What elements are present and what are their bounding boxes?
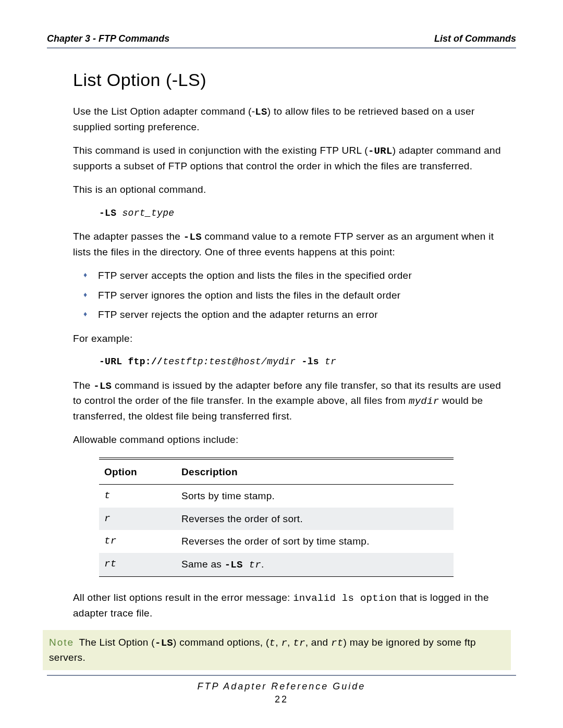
section-title: List Option (-LS)	[73, 67, 511, 93]
document-page: Chapter 3 - FTP Commands List of Command…	[0, 0, 563, 728]
paragraph: This is an optional command.	[73, 182, 511, 197]
inline-code: rt	[331, 637, 343, 649]
cell-option: t	[99, 485, 176, 508]
table-row: r Reverses the order of sort.	[99, 508, 454, 530]
inline-code: -LS	[225, 559, 243, 571]
cell-desc: Sorts by time stamp.	[176, 485, 454, 508]
paragraph: For example:	[73, 331, 511, 346]
paragraph: This command is used in conjunction with…	[73, 143, 511, 173]
inline-code: -LS	[155, 637, 173, 649]
list-item: FTP server ignores the option and lists …	[83, 288, 511, 303]
inline-code: tr	[293, 637, 305, 649]
cell-desc: Reverses the order of sort.	[176, 508, 454, 530]
code-cmd: -ls	[296, 356, 325, 367]
text: ,	[275, 637, 281, 648]
inline-code: invalid ls option	[293, 593, 397, 604]
paragraph: All other list options result in the err…	[73, 590, 511, 620]
page-content: List Option (-LS) Use the List Option ad…	[47, 67, 516, 670]
text: The adapter passes the	[73, 231, 183, 242]
code-cmd: -LS	[99, 208, 116, 218]
inline-code: -URL	[368, 145, 393, 157]
page-footer: FTP Adapter Reference Guide 22	[47, 675, 516, 705]
text: The	[73, 380, 93, 391]
text: .	[261, 559, 264, 570]
page-number: 22	[47, 694, 516, 705]
inline-code: mydir	[409, 396, 439, 407]
text: ,	[287, 637, 293, 648]
inline-code: LS	[255, 106, 267, 118]
inline-code: r	[281, 637, 287, 649]
note-label: Note	[49, 637, 74, 648]
syntax-line: -LS sort_type	[99, 206, 511, 220]
bullet-list: FTP server accepts the option and lists …	[83, 268, 511, 322]
list-item: FTP server accepts the option and lists …	[83, 268, 511, 283]
text: This command is used in conjunction with…	[73, 145, 368, 156]
table-bottom-rule	[99, 576, 454, 577]
table-row: t Sorts by time stamp.	[99, 485, 454, 508]
inline-code: t	[270, 637, 276, 649]
paragraph: The adapter passes the -LS command value…	[73, 229, 511, 259]
code-cmd: -URL ftp://	[99, 356, 163, 367]
cell-desc: Reverses the order of sort by time stamp…	[176, 530, 454, 553]
cell-desc: Same as -LS tr.	[176, 553, 454, 577]
text: All other list options result in the err…	[73, 592, 293, 603]
inline-code: tr	[243, 559, 261, 571]
col-description: Description	[176, 460, 454, 485]
note-text: The List Option (-LS) command options, (…	[49, 637, 476, 663]
footer-title: FTP Adapter Reference Guide	[198, 681, 366, 692]
list-item: FTP server rejects the option and the ad…	[83, 307, 511, 322]
inline-code: -LS	[183, 231, 202, 243]
code-arg: testftp:test@host/mydir	[163, 356, 296, 367]
text: , and	[305, 637, 331, 648]
paragraph-intro: Use the List Option adapter command (-LS…	[73, 104, 511, 134]
options-table: Option Description t Sorts by time stamp…	[99, 460, 454, 577]
text: ) command options, (	[173, 637, 269, 648]
text: Same as	[181, 559, 225, 570]
options-table-wrap: Option Description t Sorts by time stamp…	[99, 458, 454, 577]
note-box: Note The List Option (-LS) command optio…	[43, 630, 511, 670]
text: Use the List Option adapter command (-	[73, 106, 255, 117]
code-arg: tr	[325, 356, 336, 367]
page-header: Chapter 3 - FTP Commands List of Command…	[47, 33, 516, 48]
code-arg: sort_type	[122, 208, 174, 218]
table-row: rt Same as -LS tr.	[99, 553, 454, 577]
cell-option: tr	[99, 530, 176, 553]
paragraph: The -LS command is issued by the adapter…	[73, 378, 511, 424]
example-line: -URL ftp://testftp:test@host/mydir -ls t…	[99, 355, 511, 368]
cell-option: rt	[99, 553, 176, 577]
table-row: tr Reverses the order of sort by time st…	[99, 530, 454, 553]
cell-option: r	[99, 508, 176, 530]
table-header-row: Option Description	[99, 460, 454, 485]
header-right: List of Commands	[434, 33, 516, 44]
inline-code: -LS	[93, 380, 112, 392]
header-left: Chapter 3 - FTP Commands	[47, 33, 169, 44]
paragraph: Allowable command options include:	[73, 433, 511, 447]
text: The List Option (	[79, 637, 155, 648]
col-option: Option	[99, 460, 176, 485]
